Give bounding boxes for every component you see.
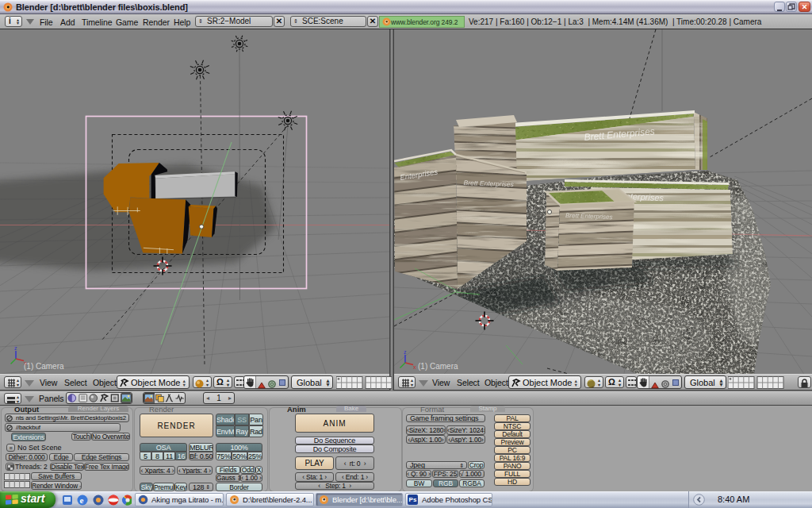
- svg-text:e: e: [80, 495, 84, 505]
- svg-text:z: z: [14, 345, 17, 351]
- svg-text:x: x: [413, 364, 416, 370]
- svg-text:z: z: [404, 349, 407, 355]
- svg-text:(1) Camera: (1) Camera: [24, 362, 64, 371]
- svg-text:(1) Camera: (1) Camera: [418, 362, 458, 371]
